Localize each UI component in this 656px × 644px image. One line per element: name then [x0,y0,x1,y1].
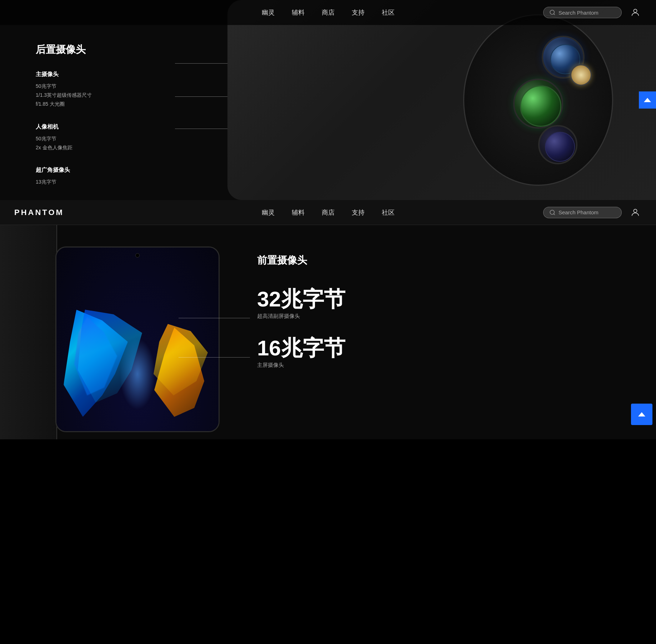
second-navbar: PHANTOM 幽灵 辅料 商店 支持 社区 [0,200,656,225]
svg-point-2 [634,9,637,13]
front-connector-1 [179,318,250,318]
front-camera-title: 前置摄像头 [257,254,620,267]
front-spec-value-2: 16兆字节 [257,338,620,359]
top-navbar: 幽灵 辅料 商店 支持 社区 [0,0,656,25]
main-camera-title: 主摄像头 [36,71,171,78]
front-phone-area [0,225,221,439]
front-spec-desc-2: 主屏摄像头 [257,362,620,369]
spec-group-ultrawide: 超广角摄像头 13兆字节 [36,166,171,186]
nav-links-top: 幽灵 辅料 商店 支持 社区 [262,8,395,17]
main-camera-spec-2: 1/1.3英寸超级传感器尺寸 [36,91,171,100]
nav2-link-support[interactable]: 支持 [352,208,365,217]
main-camera-spec-1: 50兆字节 [36,82,171,91]
search-icon-bottom [549,209,556,216]
nav-link-accessories[interactable]: 辅料 [292,8,305,17]
scroll-up-button-top[interactable] [639,91,656,109]
nav-link-shop[interactable]: 商店 [322,8,335,17]
scroll-up-button-bottom[interactable] [631,404,652,425]
nav2-link-accessories[interactable]: 辅料 [292,208,305,217]
scroll-up-arrow-bottom [638,412,645,416]
front-spec-desc-1: 超高清副屏摄像头 [257,313,620,320]
punch-hole-camera [135,253,140,258]
nav-link-support[interactable]: 支持 [352,8,365,17]
spec-group-portrait: 人像相机 50兆字节 2x 金色人像焦距 [36,123,171,152]
center-lens [513,79,563,129]
rear-specs-panel: 后置摄像头 主摄像头 50兆字节 1/1.3英寸超级传感器尺寸 f/1.85 大… [36,43,171,200]
front-spec-group-2: 16兆字节 主屏摄像头 [257,338,620,369]
nav-right-top [543,6,642,19]
svg-point-0 [550,10,554,14]
nav2-link-shop[interactable]: 商店 [322,208,335,217]
svg-line-4 [554,214,555,215]
search-icon-top [549,9,556,16]
front-connector-2 [179,357,250,358]
search-box-bottom[interactable] [543,207,622,218]
nav2-link-community[interactable]: 社区 [382,208,395,217]
ultrawide-camera-spec-1: 13兆字节 [36,178,171,186]
user-icon-top[interactable] [629,6,642,19]
portrait-camera-spec-2: 2x 金色人像焦距 [36,143,171,152]
flash-led [570,64,592,86]
svg-point-3 [550,210,554,214]
portrait-camera-title: 人像相机 [36,123,171,131]
rear-camera-section: 幽灵 辅料 商店 支持 社区 [0,0,656,200]
spec-group-main: 主摄像头 50兆字节 1/1.3英寸超级传感器尺寸 f/1.85 大光圈 [36,71,171,109]
rear-phone-background [227,0,656,200]
phantom-logo: PHANTOM [14,208,64,217]
nav2-right [543,206,642,219]
front-specs-panel: 前置摄像头 32兆字节 超高清副屏摄像头 16兆字节 主屏摄像头 [221,225,656,439]
camera-module [463,14,613,186]
wings-wallpaper [56,248,219,431]
phone-left-bezel [0,225,57,439]
bottom-lens [538,125,577,164]
portrait-camera-spec-1: 50兆字节 [36,134,171,143]
rear-camera-title: 后置摄像头 [36,43,171,56]
camera-inner [470,21,606,179]
phone-screen [55,246,220,432]
search-box-top[interactable] [543,7,622,18]
svg-point-5 [634,209,637,212]
nav2-link-phantom[interactable]: 幽灵 [262,208,275,217]
search-input-bottom[interactable] [559,209,616,215]
nav2-links: 幽灵 辅料 商店 支持 社区 [262,208,395,217]
front-camera-section: 前置摄像头 32兆字节 超高清副屏摄像头 16兆字节 主屏摄像头 [0,225,656,439]
main-camera-spec-3: f/1.85 大光圈 [36,100,171,109]
user-icon-bottom[interactable] [629,206,642,219]
scroll-up-arrow-top [644,98,651,102]
ultrawide-camera-title: 超广角摄像头 [36,166,171,174]
nav-link-community[interactable]: 社区 [382,8,395,17]
search-input-top[interactable] [559,10,616,16]
svg-line-1 [554,14,555,15]
nav-link-phantom[interactable]: 幽灵 [262,8,275,17]
front-spec-value-1: 32兆字节 [257,289,620,310]
front-spec-group-1: 32兆字节 超高清副屏摄像头 [257,289,620,320]
